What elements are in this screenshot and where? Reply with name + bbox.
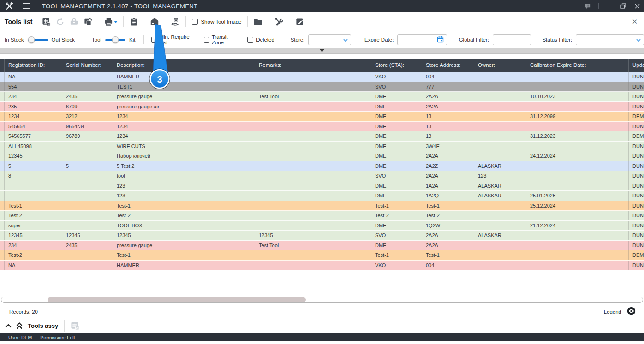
column-header[interactable]: Description: bbox=[113, 59, 255, 72]
row-selector[interactable] bbox=[0, 92, 5, 101]
tool-kit-toggle[interactable] bbox=[105, 36, 125, 43]
row-selector[interactable] bbox=[0, 191, 5, 201]
table-cell: DME bbox=[371, 92, 422, 101]
expand-panel-icon[interactable] bbox=[3, 320, 14, 332]
row-selector[interactable] bbox=[0, 181, 5, 191]
checkbox-icon[interactable] bbox=[204, 37, 209, 43]
stock-toggle[interactable] bbox=[28, 36, 48, 43]
table-row[interactable]: 5456549654r341234DME13DUN bbox=[0, 122, 644, 132]
table-row[interactable]: 54565577967891234DME1331.12.2023DEM bbox=[0, 131, 644, 142]
table-row[interactable]: Test-2Test-1Test-1Test-1DEM bbox=[0, 250, 644, 261]
row-selector[interactable] bbox=[0, 142, 5, 151]
status-filter-select[interactable] bbox=[576, 34, 644, 45]
row-selector[interactable] bbox=[0, 221, 5, 231]
checkbox-icon[interactable] bbox=[247, 37, 253, 43]
table-cell bbox=[255, 151, 371, 161]
paste-icon[interactable] bbox=[127, 15, 141, 29]
filter-splitter-handle[interactable] bbox=[0, 48, 644, 54]
home-icon[interactable] bbox=[148, 15, 161, 29]
row-selector[interactable] bbox=[0, 72, 5, 82]
row-selector[interactable] bbox=[0, 231, 5, 240]
tools-icon[interactable] bbox=[272, 15, 286, 29]
row-selector[interactable] bbox=[0, 112, 5, 121]
table-cell: 004 bbox=[422, 261, 474, 270]
column-header[interactable]: Registration ID: bbox=[5, 59, 62, 72]
scrollbar-thumb[interactable] bbox=[48, 297, 306, 302]
print-options-caret-icon[interactable] bbox=[114, 21, 118, 23]
deleted-checkbox[interactable]: Deleted bbox=[247, 37, 274, 43]
column-header[interactable]: Upda bbox=[629, 59, 644, 72]
table-cell: 12345 bbox=[113, 231, 255, 240]
legend-eye-icon[interactable] bbox=[627, 307, 636, 316]
table-cell: ALASKAR bbox=[474, 181, 526, 191]
feedback-icon[interactable] bbox=[581, 0, 595, 12]
table-row[interactable]: 8toolSVO2A2A123DUN bbox=[0, 171, 644, 181]
row-selector[interactable] bbox=[0, 211, 5, 220]
table-cell: Test-2 bbox=[5, 211, 62, 220]
print-icon[interactable] bbox=[101, 15, 120, 29]
row-selector[interactable] bbox=[0, 261, 5, 270]
row-selector[interactable] bbox=[0, 161, 5, 171]
table-row[interactable]: Test-1Test-1Test-1Test-125.12.2024DUN bbox=[0, 201, 644, 211]
column-header[interactable]: Owner: bbox=[474, 59, 526, 72]
row-selector[interactable] bbox=[0, 151, 5, 161]
row-selector[interactable] bbox=[0, 171, 5, 181]
column-header[interactable]: Remarks: bbox=[255, 59, 371, 72]
folder-icon[interactable] bbox=[251, 15, 265, 29]
store-select[interactable] bbox=[308, 34, 351, 45]
row-selector[interactable] bbox=[0, 122, 5, 131]
transit-zone-checkbox[interactable]: Transit Zone bbox=[204, 34, 237, 45]
table-row[interactable]: 2356709pressure-gauge airDME2A2ADUN bbox=[0, 102, 644, 112]
column-header[interactable]: Store Address: bbox=[422, 59, 474, 72]
row-selector[interactable] bbox=[0, 250, 5, 260]
table-cell bbox=[474, 122, 526, 131]
copy-icon[interactable] bbox=[81, 15, 95, 29]
table-row[interactable]: 12345Набор ключейDME2A2A24.12.2024DUN bbox=[0, 151, 644, 161]
table-cell bbox=[526, 102, 629, 112]
table-row[interactable]: superTOOL BOXDME1Q2W21.12.2024DUN bbox=[0, 221, 644, 231]
expand-panel-full-icon[interactable] bbox=[14, 320, 25, 332]
table-row[interactable]: 123DME1A2QALASKAR25.01.2025DUN bbox=[0, 191, 644, 201]
menu-hamburger-icon[interactable] bbox=[18, 3, 34, 9]
row-selector[interactable] bbox=[0, 201, 5, 211]
table-row[interactable]: Test-2Test-2Test-2Test-2DUN bbox=[0, 211, 644, 221]
table-cell: 5 bbox=[62, 161, 113, 171]
show-tool-image-checkbox[interactable]: Show Tool Image bbox=[192, 19, 241, 25]
calendar-icon[interactable] bbox=[437, 36, 444, 44]
checkbox-icon[interactable] bbox=[192, 19, 198, 25]
global-filter-input[interactable] bbox=[493, 34, 531, 45]
table-row[interactable]: 555 Test 2DME2A2ZALASKARDUN bbox=[0, 161, 644, 172]
export-excel-icon[interactable] bbox=[39, 15, 53, 29]
table-cell: DUN bbox=[629, 92, 644, 101]
column-header[interactable]: Store (STA): bbox=[371, 59, 422, 72]
table-row[interactable]: 2342435pressure-gaugeTest ToolDME2A2ADUN bbox=[0, 241, 644, 251]
row-selector[interactable] bbox=[0, 102, 5, 112]
panel-close-icon[interactable]: ✕ bbox=[632, 18, 638, 26]
table-row[interactable]: ALI-45098WIRE CUTSDME3W4EDUN bbox=[0, 142, 644, 152]
minimize-button[interactable] bbox=[602, 0, 616, 12]
edit-clipboard-icon[interactable] bbox=[292, 15, 306, 29]
table-row[interactable]: 2342435pressure-gaugeTest ToolDME2A2A10.… bbox=[0, 92, 644, 102]
table-row[interactable]: 554TEST1SVO777DUN bbox=[0, 82, 644, 92]
expire-date-field[interactable] bbox=[400, 35, 436, 45]
expire-date-input[interactable] bbox=[397, 34, 447, 45]
row-selector[interactable] bbox=[0, 131, 5, 141]
global-filter-field[interactable] bbox=[496, 35, 528, 45]
column-header[interactable]: Serial Number: bbox=[62, 59, 113, 72]
table-cell bbox=[474, 221, 526, 231]
restore-button[interactable] bbox=[616, 0, 630, 12]
table-row[interactable]: 123DME1A2AALASKARDUN bbox=[0, 181, 644, 191]
close-window-button[interactable] bbox=[630, 0, 644, 12]
row-selector[interactable] bbox=[0, 241, 5, 250]
checkbox-icon[interactable] bbox=[151, 37, 156, 43]
table-row[interactable]: 123432121234DME1331.12.2099DEM bbox=[0, 112, 644, 122]
min-require-list-checkbox[interactable]: Min. Require List bbox=[151, 34, 192, 45]
table-row[interactable]: NAHAMMERVKO004DUN bbox=[0, 261, 644, 271]
hand-gear-icon[interactable] bbox=[168, 15, 182, 29]
table-row[interactable]: NAHAMMERVKO004DUN bbox=[0, 72, 644, 82]
table-row[interactable]: 12345123451234512345SVO2A2AALASKARDUN bbox=[0, 231, 644, 241]
horizontal-scrollbar[interactable] bbox=[1, 297, 643, 303]
row-selector[interactable] bbox=[0, 82, 5, 92]
column-header[interactable]: Calibration Expire Date: bbox=[526, 59, 629, 72]
table-cell: DME bbox=[371, 191, 422, 201]
